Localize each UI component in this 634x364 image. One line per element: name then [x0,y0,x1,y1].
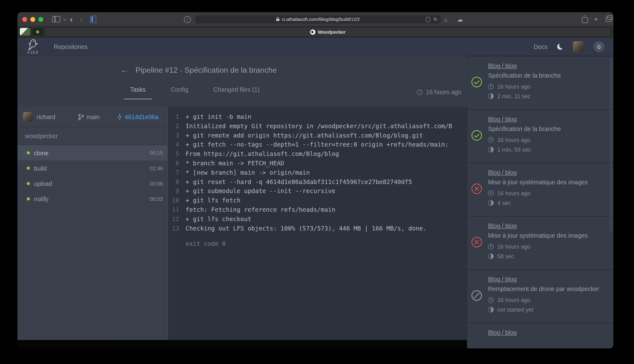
pipeline-list-item[interactable]: Blog / blog Remplacement de drone par wo… [467,270,613,323]
woodpecker-favicon-icon [310,29,315,35]
pipeline-list-item[interactable]: Blog / blog Spécification de la branche … [467,56,613,109]
step-upload[interactable]: upload 00:06 [17,176,168,191]
status-not-started-icon [471,290,482,301]
line-text: + git remote add origin https://git.atha… [186,131,423,140]
tab-tasks[interactable]: Tasks [124,86,152,99]
author-avatar [23,112,33,122]
step-notify[interactable]: notify 00:03 [17,191,168,206]
tab-config[interactable]: Config [164,86,195,99]
log-line: 3+ git remote add origin https://git.ath… [168,131,467,140]
cloud-tabs-icon[interactable]: ☁ [457,12,463,27]
branch-icon [78,114,84,120]
repo-link[interactable]: Blog / blog [488,116,517,123]
pipeline-duration: 58 sec [497,253,514,260]
nav-repositories[interactable]: Repositories [54,43,87,50]
zoom-window-button[interactable] [38,17,43,22]
woodpecker-logo[interactable]: 0.15.8 [24,39,41,55]
nav-docs[interactable]: Docs [534,43,547,50]
theme-toggle-moon-icon[interactable] [557,44,563,50]
user-avatar[interactable] [573,41,584,52]
pipeline-duration: 4 sec [497,200,511,206]
log-line: 9+ git submodule update --init --recursi… [168,187,467,196]
tab-changed-files[interactable]: Changed files (1) [207,86,266,99]
tab-title: Woodpecker [318,30,346,35]
status-success-icon [471,130,482,141]
line-number: 4 [171,140,179,150]
main-area: ← Pipeline #12 - Spécification de la bra… [17,56,613,349]
pipeline-list-item[interactable]: Blog / blog Mise à jour systématique des… [467,163,613,216]
browser-forward-button[interactable]: › [76,12,86,27]
reload-icon[interactable]: ↻ [433,17,437,22]
line-text: * [new branch] main -> origin/main [186,168,310,177]
clock-icon [488,84,494,89]
page-info-icon[interactable] [184,16,191,23]
pinned-tab-1[interactable] [20,28,31,36]
commit-link[interactable]: 4614d1e06a [125,114,158,120]
console-log: 1+ git init -b main 2Initialized empty G… [168,107,467,340]
woodpecker-bird-icon [27,39,38,51]
step-name: notify [34,196,48,202]
share-glyph-icon [582,17,588,23]
repo-link[interactable]: Blog / blog [488,222,517,229]
line-number: 3 [171,131,179,140]
page-title: Pipeline #12 - Spécification de la branc… [135,66,277,75]
pipeline-message: Mise à jour systématique des images [488,179,609,186]
line-number: 1 [171,112,179,122]
home-icon[interactable]: ⌂ [444,12,448,27]
line-text: * branch main -> FETCH_HEAD [186,159,284,168]
log-line: 11fetch: Fetching reference refs/heads/m… [168,205,467,215]
active-browser-tab[interactable]: Woodpecker [46,28,610,36]
status-failure-icon [471,183,482,194]
pipeline-time: 16 hours ago [417,89,461,95]
sidebar-toggle-icon[interactable] [52,16,60,22]
sidebar-scrollbar[interactable] [610,58,612,231]
step-clone[interactable]: clone 00:15 [17,145,168,160]
build-info-row: richard main 4614d1e06a [17,107,168,127]
address-bar[interactable]: ci.athaliasoft.com/Blog/blog/build/12/2 … [195,15,441,23]
pinned-tab-2[interactable] [32,28,43,36]
clock-icon [488,137,494,143]
back-button[interactable]: ← [120,65,129,75]
workflow-name: woodpecker [17,127,168,145]
share-icon[interactable] [582,12,588,27]
status-success-icon [471,77,482,87]
line-text: + git init -b main [186,112,251,122]
line-number: 9 [171,187,179,196]
line-number: 13 [171,224,179,233]
pipeline-message: Spécification de la branche [488,72,609,79]
log-line: 4+ git fetch --no-tags --depth=1 --filte… [168,140,467,150]
line-text: + git fetch --no-tags --depth=1 --filter… [186,140,449,150]
close-window-button[interactable] [22,17,27,22]
pipeline-list-item[interactable]: Blog / blog Mise à jour systématique des… [467,217,613,269]
line-text: From https://git.athaliasoft.com/Blog/bl… [186,149,339,159]
new-tab-button[interactable]: + [594,12,598,27]
clock-icon [488,190,494,196]
repo-link[interactable]: Blog / blog [488,329,517,336]
pipeline-time: 16 hours ago [497,297,530,303]
pipeline-time: 16 hours ago [497,137,530,143]
step-build[interactable]: build 01:46 [17,160,168,176]
tab-overview-icon[interactable] [606,12,611,27]
minimize-window-button[interactable] [30,17,35,22]
pipeline-list-item[interactable]: Blog / blog Spécification de la branche … [467,110,613,162]
clock-icon [417,89,423,95]
pipeline-list-item[interactable]: Blog / blog [467,323,613,348]
url-text: ci.athaliasoft.com/Blog/blog/build/12/2 [282,17,360,22]
step-duration: 00:06 [150,181,163,187]
privacy-report-icon[interactable] [426,17,430,22]
repo-link[interactable]: Blog / blog [488,62,517,69]
step-name: clone [34,149,48,156]
step-duration: 00:15 [150,150,163,156]
log-line: 5From https://git.athaliasoft.com/Blog/b… [168,149,467,159]
time-ago-label: 16 hours ago [426,89,461,95]
log-line: 1+ git init -b main [168,112,467,122]
commit-icon [117,114,122,120]
reading-list-icon[interactable] [90,16,96,23]
line-number: 10 [171,196,179,206]
repo-link[interactable]: Blog / blog [488,276,517,283]
browser-back-button[interactable]: ‹ [66,12,76,27]
notification-badge[interactable]: 0 [593,41,604,52]
step-status-dot [27,182,30,185]
repo-link[interactable]: Blog / blog [488,169,517,176]
pipeline-time: 16 hours ago [497,190,530,197]
